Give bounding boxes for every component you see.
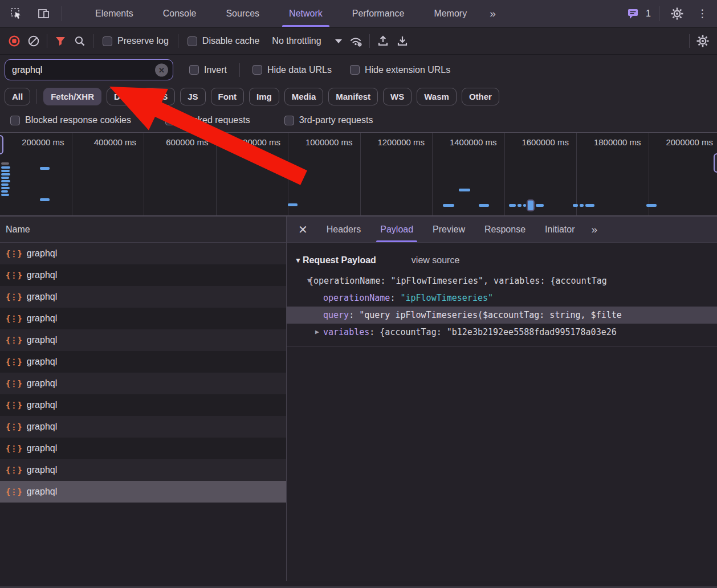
- table-row[interactable]: {⋮}graphql: [0, 286, 286, 308]
- tab-network[interactable]: Network: [274, 0, 337, 27]
- checkbox[interactable]: [165, 116, 175, 125]
- network-settings-gear-icon[interactable]: [693, 31, 712, 51]
- timeline-tick-label: 1200000 ms: [361, 133, 433, 216]
- clear-network-log-icon[interactable]: [24, 31, 43, 51]
- table-row[interactable]: {⋮}graphql: [0, 438, 286, 459]
- detail-tabs: HeadersPayloadPreviewResponseInitiator: [317, 217, 585, 242]
- hide-data-urls-checkbox[interactable]: Hide data URLs: [247, 65, 337, 75]
- timeline-request-bar: [1, 194, 9, 196]
- table-row[interactable]: {⋮}graphql: [0, 481, 286, 503]
- payload-line[interactable]: ▶variables: {accountTag: "b12e3b2192ee55…: [287, 324, 717, 341]
- inspect-element-icon[interactable]: [7, 4, 26, 23]
- tab-performance[interactable]: Performance: [337, 0, 419, 27]
- network-overview-timeline[interactable]: 200000 ms400000 ms600000 ms800000 ms1000…: [0, 132, 717, 217]
- checkbox[interactable]: [350, 65, 360, 75]
- filter-chip-wasm[interactable]: Wasm: [417, 88, 457, 105]
- network-conditions-icon[interactable]: [347, 31, 366, 51]
- table-row[interactable]: {⋮}graphql: [0, 264, 286, 286]
- collapsed-triangle-icon[interactable]: ▶: [315, 324, 319, 341]
- tab-sources[interactable]: Sources: [211, 0, 274, 27]
- request-payload-section-header[interactable]: ▼ Request Payload view source: [295, 252, 717, 269]
- table-row[interactable]: {⋮}graphql: [0, 329, 286, 351]
- filter-input[interactable]: [5, 65, 173, 75]
- request-name: graphql: [27, 248, 57, 259]
- checkbox[interactable]: [284, 116, 294, 125]
- detail-more-tabs-icon[interactable]: »: [585, 217, 604, 242]
- issues-message-icon[interactable]: [625, 4, 641, 23]
- import-har-icon[interactable]: [373, 31, 393, 51]
- filter-funnel-icon[interactable]: [51, 31, 70, 51]
- timeline-request-bar: [1, 177, 9, 179]
- search-icon[interactable]: [70, 31, 89, 51]
- payload-line[interactable]: query: "query ipFlowTimeseries($accountT…: [287, 307, 717, 324]
- disable-cache-checkbox[interactable]: Disable cache: [182, 36, 266, 46]
- requests-rows: {⋮}graphql{⋮}graphql{⋮}graphql{⋮}graphql…: [0, 243, 286, 503]
- checkbox[interactable]: [189, 65, 199, 75]
- issues-count[interactable]: 1: [646, 9, 651, 19]
- settings-gear-icon[interactable]: [667, 4, 687, 23]
- checkbox[interactable]: [10, 116, 20, 125]
- detail-tab-initiator[interactable]: Initiator: [535, 217, 584, 242]
- request-name: graphql: [27, 422, 57, 432]
- table-row[interactable]: {⋮}graphql: [0, 308, 286, 329]
- filter-chip-media[interactable]: Media: [284, 88, 324, 105]
- filter-chip-img[interactable]: Img: [249, 88, 279, 105]
- blocked-requests-checkbox[interactable]: Blocked requests: [157, 115, 258, 125]
- requests-name-column-header[interactable]: Name: [0, 217, 286, 243]
- checkbox[interactable]: [252, 65, 262, 75]
- fetch-xhr-icon: {⋮}: [6, 444, 22, 453]
- tab-elements[interactable]: Elements: [80, 0, 148, 27]
- preserve-log-checkbox[interactable]: Preserve log: [97, 36, 174, 46]
- payload-line[interactable]: ▼{operationName: "ipFlowTimeseries", var…: [287, 272, 717, 289]
- device-toolbar-icon[interactable]: [34, 4, 54, 23]
- detail-tab-response[interactable]: Response: [475, 217, 535, 242]
- expanded-triangle-icon[interactable]: ▼: [307, 272, 311, 289]
- more-panels-icon[interactable]: »: [482, 0, 503, 27]
- divider: [239, 63, 240, 77]
- name-header-label: Name: [6, 224, 30, 235]
- hide-extension-urls-checkbox[interactable]: Hide extension URLs: [344, 65, 456, 75]
- table-row[interactable]: {⋮}graphql: [0, 351, 286, 373]
- filter-chip-manifest[interactable]: Manifest: [328, 88, 378, 105]
- filter-chip-js[interactable]: JS: [180, 88, 205, 105]
- throttling-dropdown[interactable]: No throttling: [265, 36, 346, 46]
- table-row[interactable]: {⋮}graphql: [0, 459, 286, 481]
- table-row[interactable]: {⋮}graphql: [0, 416, 286, 438]
- tab-console[interactable]: Console: [148, 0, 211, 27]
- table-row[interactable]: {⋮}graphql: [0, 394, 286, 416]
- request-payload-title: Request Payload: [303, 255, 376, 266]
- filter-chip-other[interactable]: Other: [462, 88, 499, 105]
- payload-line[interactable]: operationName: "ipFlowTimeseries": [287, 289, 717, 307]
- invert-checkbox[interactable]: Invert: [184, 65, 233, 75]
- clear-filter-icon[interactable]: ✕: [155, 63, 168, 76]
- detail-tab-preview[interactable]: Preview: [423, 217, 475, 242]
- blocked-response-cookies-label: Blocked response cookies: [25, 115, 131, 125]
- close-detail-icon[interactable]: ✕: [287, 223, 317, 236]
- more-options-kebab-icon[interactable]: ⋮: [695, 8, 710, 19]
- checkbox[interactable]: [188, 36, 197, 46]
- table-row[interactable]: {⋮}graphql: [0, 243, 286, 264]
- third-party-requests-checkbox[interactable]: 3rd-party requests: [276, 115, 381, 125]
- table-row[interactable]: {⋮}graphql: [0, 373, 286, 394]
- filter-chip-fetch-xhr[interactable]: Fetch/XHR: [43, 88, 101, 105]
- fetch-xhr-icon: {⋮}: [6, 401, 22, 410]
- filter-chip-all[interactable]: All: [5, 88, 30, 105]
- timeline-request-bar: [1, 187, 10, 189]
- filter-chip-css[interactable]: CSS: [142, 88, 175, 105]
- filter-chip-font[interactable]: Font: [211, 88, 244, 105]
- blocked-response-cookies-checkbox[interactable]: Blocked response cookies: [2, 115, 139, 125]
- divider: [178, 34, 178, 48]
- filter-chip-doc[interactable]: Doc: [107, 88, 137, 105]
- timeline-request-bar: [443, 204, 454, 207]
- detail-tab-headers[interactable]: Headers: [317, 217, 370, 242]
- view-source-link[interactable]: view source: [412, 255, 459, 266]
- blocked-filters-row: Blocked response cookies Blocked request…: [0, 108, 717, 132]
- tab-memory[interactable]: Memory: [419, 0, 482, 27]
- checkbox[interactable]: [103, 36, 112, 46]
- collapse-triangle-icon[interactable]: ▼: [295, 256, 302, 264]
- detail-tab-payload[interactable]: Payload: [370, 217, 423, 242]
- record-network-log-icon[interactable]: [5, 31, 24, 51]
- preserve-log-label: Preserve log: [117, 36, 169, 46]
- export-har-icon[interactable]: [393, 31, 412, 51]
- filter-chip-ws[interactable]: WS: [383, 88, 412, 105]
